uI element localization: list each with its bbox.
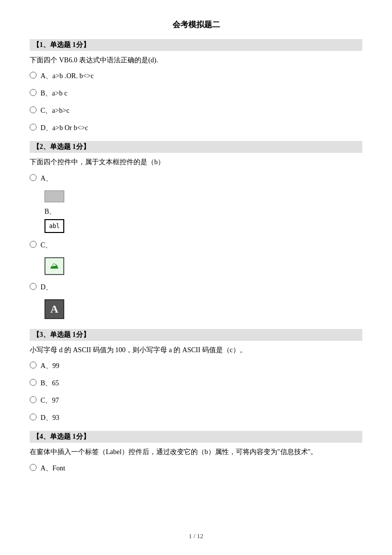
q2-image-A: A (44, 299, 64, 319)
q2-b-label: B、 (44, 207, 362, 216)
q2-radio-a[interactable] (30, 174, 37, 181)
q3-option-d[interactable]: D、93 (30, 413, 362, 423)
q2-image-nature (44, 257, 64, 275)
q2-radio-c[interactable] (30, 241, 37, 248)
question-2: 【2、单选题 1分】 下面四个控件中，属于文本框控件的是（b） A、 B、 ab… (30, 141, 362, 321)
page-container: 会考模拟题二 【1、单选题 1分】 下面四个 VB6.0 表达式中语法正确的是(… (0, 0, 392, 555)
q3-header: 【3、单选题 1分】 (30, 329, 362, 341)
q4-header: 【4、单选题 1分】 (30, 431, 362, 443)
q1-header: 【1、单选题 1分】 (30, 39, 362, 51)
q2-option-a[interactable]: A、 (30, 173, 362, 184)
q1-label-a: A、a>b .OR. b<>c (41, 71, 94, 81)
q3-label-b: B、65 (41, 378, 59, 388)
question-3: 【3、单选题 1分】 小写字母 d 的 ASCII 码值为 100，则小写字母 … (30, 329, 362, 423)
question-4: 【4、单选题 1分】 在窗体中插入一个标签（Label）控件后，通过改变它的（b… (30, 431, 362, 473)
q3-radio-a[interactable] (30, 362, 37, 369)
q4-radio-a[interactable] (30, 464, 37, 471)
q1-radio-a[interactable] (30, 72, 37, 79)
question-1: 【1、单选题 1分】 下面四个 VB6.0 表达式中语法正确的是(d). A、a… (30, 39, 362, 133)
q3-desc: 小写字母 d 的 ASCII 码值为 100，则小写字母 a 的 ASCII 码… (30, 345, 362, 356)
q3-label-d: D、93 (41, 413, 59, 423)
q3-radio-b[interactable] (30, 379, 37, 386)
q2-label-a: A、 (41, 173, 52, 184)
q3-label-a: A、99 (41, 361, 59, 371)
q2-option-c[interactable]: C、 (30, 240, 362, 250)
q2-image-button (44, 190, 64, 202)
q3-option-c[interactable]: C、97 (30, 395, 362, 406)
page-title: 会考模拟题二 (30, 20, 362, 30)
q1-desc: 下面四个 VB6.0 表达式中语法正确的是(d). (30, 55, 362, 66)
q1-radio-c[interactable] (30, 106, 37, 113)
q1-option-c[interactable]: C、a>b>c (30, 105, 362, 116)
q1-radio-d[interactable] (30, 124, 37, 131)
q1-option-d[interactable]: D、a>b Or b<>c (30, 123, 362, 133)
q3-option-a[interactable]: A、99 (30, 361, 362, 371)
q4-option-a[interactable]: A、Font (30, 463, 362, 473)
q1-label-d: D、a>b Or b<>c (41, 123, 88, 133)
q3-label-c: C、97 (41, 395, 59, 406)
q1-radio-b[interactable] (30, 89, 37, 96)
q1-option-a[interactable]: A、a>b .OR. b<>c (30, 71, 362, 81)
q2-label-d: D、 (41, 282, 52, 292)
q3-radio-c[interactable] (30, 396, 37, 403)
q2-header: 【2、单选题 1分】 (30, 141, 362, 153)
q2-image-abl: abl (44, 219, 64, 233)
q3-radio-d[interactable] (30, 414, 37, 420)
q2-radio-d[interactable] (30, 283, 37, 290)
q4-label-a: A、Font (41, 463, 65, 473)
q3-option-b[interactable]: B、65 (30, 378, 362, 388)
q2-option-d[interactable]: D、 (30, 282, 362, 292)
q2-label-c: C、 (41, 240, 52, 250)
page-footer: 1 / 12 (0, 532, 392, 540)
q1-label-b: B、a>b c (41, 88, 67, 98)
q4-desc: 在窗体中插入一个标签（Label）控件后，通过改变它的（b）属性，可将内容变为"… (30, 447, 362, 458)
q1-label-c: C、a>b>c (41, 105, 70, 116)
q1-option-b[interactable]: B、a>b c (30, 88, 362, 98)
q2-desc: 下面四个控件中，属于文本框控件的是（b） (30, 157, 362, 168)
